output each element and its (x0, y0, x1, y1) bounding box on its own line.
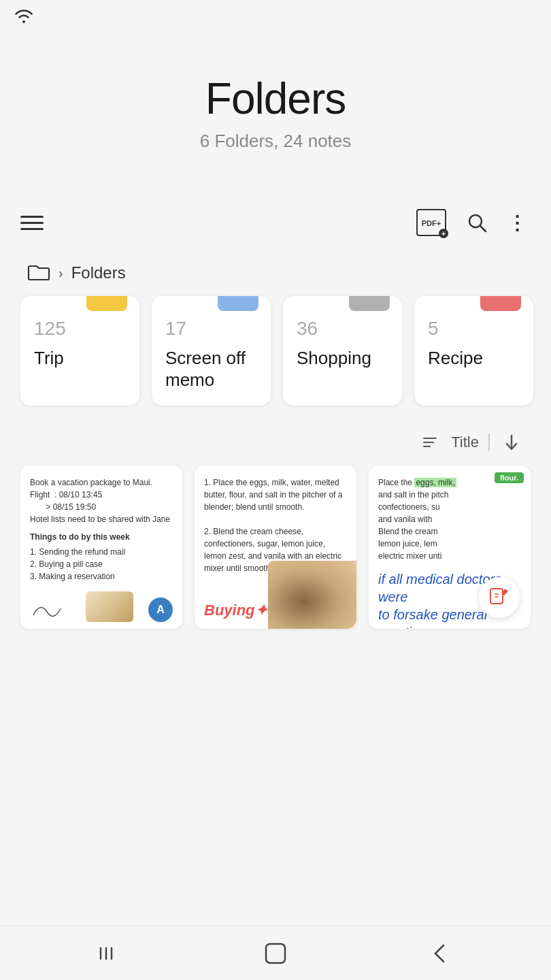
folder-name-trip: Trip (34, 348, 126, 369)
folder-tab-recipe (480, 296, 521, 311)
recent-apps-icon (98, 941, 122, 966)
sort-divider (488, 434, 490, 451)
notes-row: Book a vacation package to Maui. Flight … (20, 466, 531, 629)
pdf-plus-button[interactable]: PDF+ + (414, 206, 449, 239)
folder-card-screen-off-memo[interactable]: 17 Screen off memo (152, 296, 271, 405)
folder-tab-shopping (349, 296, 390, 311)
page-title: Folders (27, 75, 524, 122)
header-area: Folders 6 Folders, 24 notes (0, 34, 551, 179)
note-text-3: Place the eggs, milk, and salt in the pi… (378, 476, 521, 562)
hamburger-menu-icon[interactable] (20, 216, 44, 230)
folder-name-recipe: Recipe (428, 348, 520, 369)
folder-tab-trip (86, 296, 127, 311)
folders-section: 125 Trip 17 Screen off memo 36 Shopping … (0, 289, 551, 419)
svg-line-1 (480, 226, 486, 231)
sort-direction-icon (502, 433, 521, 452)
note-text-2: 1. Place the eggs, milk, water, melted b… (204, 476, 347, 574)
svg-rect-6 (490, 589, 503, 604)
note-1-handwriting-svg (30, 595, 71, 622)
toolbar: PDF+ + ⋮ (0, 193, 551, 252)
search-icon (465, 211, 488, 234)
more-options-icon: ⋮ (507, 212, 528, 234)
folder-tab-screen-off-memo (218, 296, 258, 311)
home-button[interactable] (255, 933, 296, 974)
sort-icon-button[interactable] (418, 431, 441, 454)
pdf-plus-icon: PDF+ + (416, 209, 446, 236)
folder-name-screen-off-memo: Screen off memo (165, 348, 257, 390)
bottom-nav (0, 926, 551, 980)
wifi-icon (14, 8, 34, 26)
more-options-button[interactable]: ⋮ (505, 209, 531, 237)
note-2-image (268, 561, 356, 629)
note-card-2[interactable]: 1. Place the eggs, milk, water, melted b… (195, 466, 356, 629)
folder-card-recipe[interactable]: 5 Recipe (414, 296, 533, 405)
folder-name-shopping: Shopping (297, 348, 388, 369)
pancake-image (268, 561, 356, 629)
edit-pen-icon (489, 587, 510, 608)
edit-fab-button[interactable] (479, 577, 520, 618)
sort-direction-button[interactable] (499, 430, 524, 455)
breadcrumb: › Folders (0, 252, 551, 289)
sort-icon (421, 434, 439, 451)
pdf-label: PDF+ (422, 220, 441, 227)
folder-card-trip[interactable]: 125 Trip (20, 296, 139, 405)
home-icon (263, 941, 288, 966)
page-subtitle: 6 Folders, 24 notes (27, 131, 524, 152)
note-3-green-badge: flour. (495, 472, 524, 483)
folder-count-recipe: 5 (428, 318, 520, 340)
note-1-thumbnail (86, 591, 133, 622)
notes-section: Book a vacation package to Maui. Flight … (0, 466, 551, 629)
note-text-1: Book a vacation package to Maui. Flight … (30, 476, 173, 525)
status-bar (0, 0, 551, 34)
note-2-footer-text: Buying✦ (204, 602, 267, 619)
breadcrumb-label: Folders (71, 263, 126, 282)
note-heading-1: Things to do by this week (30, 531, 173, 543)
breadcrumb-chevron: › (59, 265, 63, 281)
search-button[interactable] (463, 208, 491, 237)
folder-count-trip: 125 (34, 318, 126, 340)
folder-count-shopping: 36 (297, 318, 388, 340)
note-list-1: 1. Sending the refund mail 2. Buying a p… (30, 546, 173, 583)
svg-rect-12 (266, 944, 285, 963)
sort-label: Title (451, 434, 479, 451)
folder-count-screen-off-memo: 17 (165, 318, 257, 340)
note-1-bottom: A (30, 591, 173, 622)
folder-card-shopping[interactable]: 36 Shopping (283, 296, 402, 405)
note-card-3[interactable]: Place the eggs, milk, and salt in the pi… (369, 466, 531, 629)
back-button[interactable] (420, 933, 461, 974)
back-icon (429, 941, 453, 966)
note-content-1: Book a vacation package to Maui. Flight … (20, 466, 182, 596)
folder-icon (27, 263, 50, 282)
sort-bar: Title (0, 419, 551, 466)
note-1-avatar: A (148, 598, 173, 622)
recent-apps-button[interactable] (90, 933, 131, 974)
note-card-1[interactable]: Book a vacation package to Maui. Flight … (20, 466, 182, 629)
folders-row: 125 Trip 17 Screen off memo 36 Shopping … (20, 296, 531, 405)
